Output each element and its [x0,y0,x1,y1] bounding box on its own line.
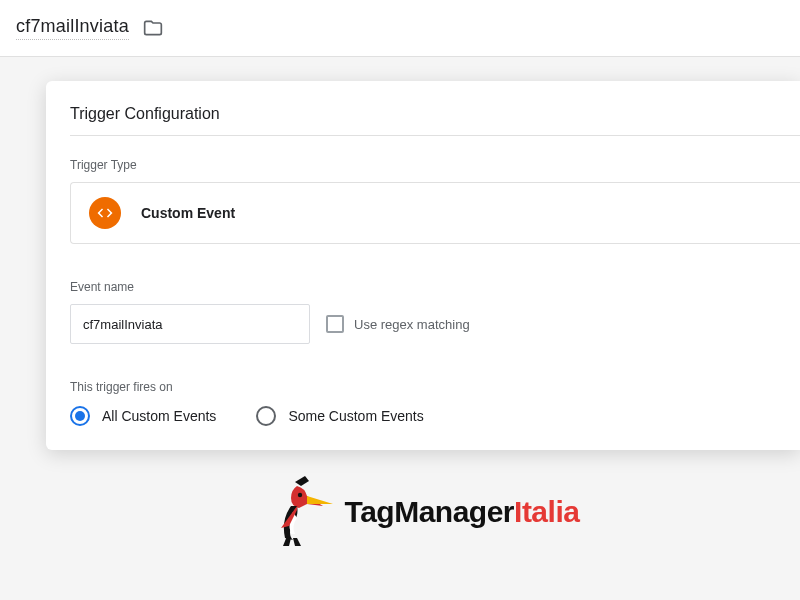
trigger-type-selector[interactable]: Custom Event [70,182,800,244]
radio-some-label: Some Custom Events [288,408,423,424]
folder-icon[interactable] [143,18,163,38]
woodpecker-icon [267,476,337,548]
fires-on-label: This trigger fires on [70,380,800,394]
brand-logo: TagManagerItalia [46,476,800,548]
radio-all-events[interactable]: All Custom Events [70,406,216,426]
card-title: Trigger Configuration [70,105,800,123]
trigger-type-label: Trigger Type [70,158,800,172]
trigger-type-value: Custom Event [141,205,235,221]
page-body: Trigger Configuration Trigger Type Custo… [0,57,800,572]
radio-some-events[interactable]: Some Custom Events [256,406,423,426]
code-icon [89,197,121,229]
event-name-label: Event name [70,280,800,294]
trigger-config-card: Trigger Configuration Trigger Type Custo… [46,81,800,450]
radio-button-icon [256,406,276,426]
card-divider [70,135,800,136]
page-title[interactable]: cf7mailInviata [16,16,129,40]
svg-point-0 [297,493,301,497]
regex-label: Use regex matching [354,317,470,332]
top-bar: cf7mailInviata [0,0,800,56]
event-name-input[interactable] [70,304,310,344]
regex-checkbox[interactable] [326,315,344,333]
radio-all-label: All Custom Events [102,408,216,424]
brand-text: TagManagerItalia [345,495,580,529]
radio-button-icon [70,406,90,426]
